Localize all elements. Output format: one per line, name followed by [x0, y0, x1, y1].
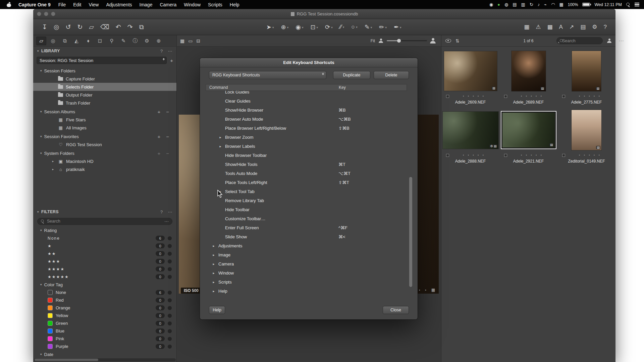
- shortcut-row[interactable]: ▸ Browser Labels: [206, 142, 407, 151]
- File[interactable]: File: [55, 2, 70, 7]
- rating-dots[interactable]: • • • • •: [452, 95, 495, 98]
- zoom-slider[interactable]: [387, 40, 427, 41]
- shortcut-row[interactable]: ▸ Browser Zoom: [206, 133, 407, 142]
- add-album-button[interactable]: +: [157, 109, 160, 115]
- filters-search-input[interactable]: [47, 219, 162, 224]
- zoom-window-button[interactable]: [51, 12, 55, 16]
- shortcut-row[interactable]: ▸ Scripts: [206, 278, 407, 287]
- shortcut-row[interactable]: Show/Hide Tools ⌘T: [206, 160, 407, 169]
- session-folders-header[interactable]: ▾ Session Folders: [33, 67, 176, 75]
- overlay-tool-icon[interactable]: ○: [351, 23, 357, 31]
- rating-filter-header[interactable]: ▾ Rating: [33, 226, 176, 234]
- rating-dots[interactable]: • • • • •: [510, 95, 553, 98]
- more-options-icon[interactable]: ⋯: [168, 209, 172, 215]
- disclosure-icon[interactable]: ▸: [212, 271, 216, 275]
- filters-search-box[interactable]: ⋯: [37, 218, 172, 225]
- rating-filter-row[interactable]: ★★ 0: [33, 250, 176, 257]
- rotate-tool-icon[interactable]: ⟳: [325, 23, 333, 31]
- undo-icon[interactable]: ↺: [66, 23, 71, 31]
- Adjustments[interactable]: Adjustments: [102, 2, 136, 7]
- rating-filter-row[interactable]: ★ 0: [33, 242, 176, 250]
- warning-icon[interactable]: ⚠: [536, 23, 541, 31]
- rating-filter-row[interactable]: None 6: [33, 234, 176, 242]
- bluetooth-icon[interactable]: ⌁: [544, 2, 547, 7]
- pick-color-icon[interactable]: ✒: [394, 23, 401, 31]
- close-button[interactable]: Close: [383, 306, 409, 314]
- redo-arrow-icon[interactable]: ↷: [127, 23, 133, 31]
- color-tag-filter-row[interactable]: Purple 0: [33, 343, 176, 350]
- thumbnail-checkbox[interactable]: [504, 154, 507, 157]
- shortcut-row[interactable]: Slide Show ⌘<: [206, 232, 407, 241]
- search-options-icon[interactable]: ⋯: [619, 38, 624, 44]
- rating-dots[interactable]: • • • • •: [452, 154, 495, 157]
- thumbnail-checkbox[interactable]: [446, 154, 449, 157]
- color-tag-filter-header[interactable]: ▾ Color Tag: [33, 281, 176, 289]
- Scripts[interactable]: Scripts: [204, 2, 226, 7]
- metadata-tab-info-icon[interactable]: ⓘ: [130, 37, 140, 45]
- color-tag-filter-row[interactable]: Orange 0: [33, 304, 176, 312]
- thumbnail-cell[interactable]: ▤ • • • • • Adele_2609.NEF: [441, 49, 499, 108]
- shortcut-row[interactable]: Lock Guides: [206, 91, 407, 97]
- filter-toggle-dot[interactable]: [168, 275, 172, 279]
- Edit[interactable]: Edit: [69, 2, 85, 7]
- pan-tool-icon[interactable]: ⊕: [281, 23, 289, 31]
- dialog-scrollbar[interactable]: [409, 91, 412, 300]
- system-folders-header[interactable]: ▾ System Folders + −: [33, 149, 176, 157]
- thumbnail-image[interactable]: ⚙ ▤: [442, 111, 499, 149]
- tree-item[interactable]: ▦ Five Stars: [33, 116, 176, 124]
- shortcut-row[interactable]: ▸ Image: [206, 250, 407, 259]
- redo-icon[interactable]: ↻: [77, 23, 83, 31]
- disclosure-icon[interactable]: ▸: [212, 253, 216, 257]
- shortcut-row[interactable]: Browser Auto Mode ⌥⌘B: [206, 115, 407, 124]
- shortcut-row[interactable]: ▸ Help: [206, 287, 407, 296]
- add-session-button[interactable]: +: [170, 58, 173, 63]
- filters-panel-header[interactable]: ▾ FILTERS ? ⋯: [33, 207, 176, 216]
- shortcut-row[interactable]: ▸ Window: [206, 268, 407, 278]
- shortcut-row[interactable]: ▸ Camera: [206, 259, 407, 268]
- display-icon[interactable]: ▤: [513, 2, 517, 7]
- sync-icon[interactable]: ↻: [530, 2, 533, 7]
- zoom-fit-dropdown[interactable]: Fit: [371, 39, 375, 43]
- sort-order-icon[interactable]: ⇅: [455, 38, 460, 44]
- straighten-tool-icon[interactable]: ∕∕: [340, 23, 344, 31]
- import-icon[interactable]: ↧: [42, 23, 47, 31]
- filter-toggle-dot[interactable]: [168, 244, 172, 248]
- add-favorite-button[interactable]: +: [157, 134, 160, 139]
- notification-center-icon[interactable]: [635, 3, 639, 6]
- thumbnail-cell[interactable]: ▤ • • • • • Adele_2775.NEF: [557, 49, 615, 108]
- shortcut-row[interactable]: ▸ Adjustments: [206, 241, 407, 250]
- thumbnail-image[interactable]: ▤: [502, 112, 555, 148]
- color-tag-filter-row[interactable]: Green 0: [33, 319, 176, 327]
- gray-dot-icon[interactable]: ◍: [504, 2, 508, 7]
- help-button[interactable]: Help: [209, 306, 225, 314]
- color-tab-drop-icon[interactable]: ♦: [83, 37, 93, 45]
- viewer-layout-icon[interactable]: ▦: [524, 23, 529, 31]
- user-filter-icon[interactable]: [607, 39, 611, 43]
- disclosure-icon[interactable]: ▸: [218, 144, 222, 148]
- Help[interactable]: Help: [226, 2, 243, 7]
- shortcut-row[interactable]: Customize Toolbar…: [206, 214, 407, 223]
- help-icon[interactable]: ?: [160, 209, 163, 215]
- annotations-icon[interactable]: A: [559, 24, 563, 31]
- filter-toggle-dot[interactable]: [168, 236, 172, 240]
- settings-gear-icon[interactable]: ⚙: [592, 23, 597, 31]
- shortcut-row[interactable]: Hide Toolbar: [206, 205, 407, 214]
- Camera[interactable]: Camera: [156, 2, 180, 7]
- disclosure-icon[interactable]: ▸: [212, 289, 216, 293]
- filter-toggle-dot[interactable]: [168, 321, 172, 325]
- proof-grid-icon[interactable]: ▩: [547, 23, 553, 31]
- thumbnail-checkbox[interactable]: [562, 95, 565, 98]
- shortcut-row[interactable]: Place Browser Left/Right/Below ⇧⌘B: [206, 124, 407, 133]
- minimize-window-button[interactable]: [44, 12, 48, 16]
- library-tab-folder-icon[interactable]: ▱: [36, 37, 46, 45]
- loupe-tool-icon[interactable]: ◉: [296, 23, 303, 31]
- session-favorites-header[interactable]: ▾ Session Favorites + −: [33, 132, 176, 140]
- thumbnail-cell[interactable]: ▤ • • • • • Adele_2689.NEF: [499, 49, 557, 108]
- batch-tab-icon[interactable]: ⊕: [154, 37, 164, 45]
- erase-mask-icon[interactable]: ✏: [379, 23, 387, 31]
- crop-tool-icon[interactable]: ⊡: [310, 23, 318, 31]
- help-icon[interactable]: ?: [604, 24, 607, 31]
- compare-view-icon[interactable]: ⊟: [196, 38, 200, 44]
- rating-filter-row[interactable]: ★★★★★ 0: [33, 273, 176, 281]
- window-titlebar[interactable]: RGG Test Session.cosessiondb: [33, 9, 615, 19]
